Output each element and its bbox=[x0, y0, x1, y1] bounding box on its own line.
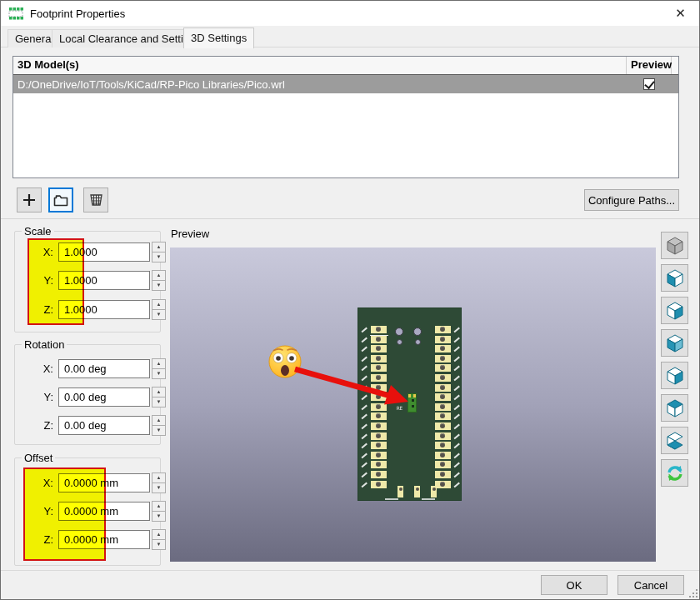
pin-label-mark bbox=[361, 424, 367, 429]
pcb-pad-right bbox=[435, 393, 451, 401]
pin-label-mark bbox=[361, 328, 367, 332]
pad-hole bbox=[440, 327, 445, 332]
pcb-pad-right bbox=[435, 452, 451, 459]
rotation-y-label: Y: bbox=[15, 391, 53, 403]
view-left-button[interactable] bbox=[661, 264, 688, 292]
pad-hole bbox=[376, 452, 381, 458]
tab-3d-settings[interactable]: 3D Settings bbox=[183, 28, 254, 48]
mounting-hole bbox=[397, 339, 402, 345]
pad-hole bbox=[376, 356, 381, 361]
pad-hole bbox=[376, 327, 381, 332]
tab-bar: General Local Clearance and Settings 3D … bbox=[1, 26, 699, 48]
rotation-x-spinner[interactable]: ▲▼ bbox=[152, 358, 166, 379]
pad-hole bbox=[440, 433, 445, 438]
pad-hole bbox=[440, 413, 445, 418]
footprint-icon bbox=[8, 8, 24, 20]
pin-label-mark bbox=[361, 356, 367, 361]
rotation-x-label: X: bbox=[15, 362, 53, 375]
scale-y-spinner[interactable]: ▲▼ bbox=[152, 270, 166, 291]
pad-hole bbox=[440, 394, 445, 399]
rotation-y-input[interactable] bbox=[58, 388, 150, 407]
reload-model-button[interactable] bbox=[661, 459, 688, 487]
plus-icon bbox=[22, 193, 36, 207]
preview-checkbox[interactable] bbox=[643, 78, 655, 90]
rotation-z-spinner[interactable]: ▲▼ bbox=[152, 415, 166, 436]
cube-bottom-face-icon bbox=[665, 431, 685, 451]
cube-front-face-icon bbox=[665, 333, 685, 353]
pin-label-mark bbox=[361, 482, 367, 487]
pcb-pad-right bbox=[435, 481, 451, 488]
rotation-y-spinner[interactable]: ▲▼ bbox=[152, 387, 166, 408]
pcb-pad-left bbox=[371, 471, 387, 478]
offset-y-spinner[interactable]: ▲▼ bbox=[152, 501, 166, 522]
pcb-pad-left bbox=[371, 432, 387, 440]
pin-label-mark bbox=[453, 385, 459, 390]
pcb-pad-right bbox=[435, 471, 451, 478]
bottom-silk-text-mark bbox=[385, 498, 398, 500]
isometric-view-button[interactable] bbox=[661, 232, 688, 259]
column-preview[interactable]: Preview bbox=[627, 57, 672, 74]
pad-hole bbox=[376, 423, 381, 428]
pcb-pad-left bbox=[371, 345, 387, 352]
configure-paths-button[interactable]: Configure Paths... bbox=[584, 189, 679, 211]
pin-label-mark bbox=[361, 414, 367, 419]
browse-model-button[interactable] bbox=[48, 188, 73, 212]
cube-back-face-icon bbox=[665, 366, 685, 386]
offset-x-spinner[interactable]: ▲▼ bbox=[152, 472, 166, 493]
pcb-pad-right bbox=[435, 403, 451, 411]
ok-button[interactable]: OK bbox=[541, 575, 608, 595]
pin-label-mark bbox=[453, 395, 459, 400]
isometric-cube-icon bbox=[665, 236, 685, 256]
pin-label-mark bbox=[453, 472, 459, 478]
scale-x-spinner[interactable]: ▲▼ bbox=[152, 242, 166, 262]
delete-model-button[interactable] bbox=[83, 188, 108, 212]
pad-hole bbox=[376, 413, 381, 418]
pad-hole bbox=[440, 404, 445, 409]
offset-z-spinner[interactable]: ▲▼ bbox=[152, 529, 166, 550]
pin-label-mark bbox=[453, 404, 459, 409]
scale-z-spinner[interactable]: ▲▼ bbox=[152, 299, 166, 320]
pad-hole bbox=[432, 488, 436, 491]
view-back-button[interactable] bbox=[661, 362, 688, 389]
pad-hole bbox=[440, 423, 445, 428]
view-front-button[interactable] bbox=[661, 329, 688, 357]
pad-hole bbox=[376, 462, 381, 467]
resize-grip[interactable] bbox=[689, 589, 698, 598]
view-top-button[interactable] bbox=[661, 394, 688, 422]
pcb-pad-left bbox=[371, 336, 387, 343]
pad-hole bbox=[440, 365, 445, 370]
mounting-hole bbox=[413, 328, 422, 336]
pcb-pad-right bbox=[435, 432, 451, 440]
pad-hole bbox=[376, 433, 381, 438]
pad-hole bbox=[440, 452, 445, 458]
pad-hole bbox=[376, 482, 381, 487]
pcb-pad-left bbox=[371, 442, 387, 449]
view-bottom-button[interactable] bbox=[661, 427, 688, 454]
pcb-pad-right bbox=[435, 412, 451, 420]
view-right-button[interactable] bbox=[661, 297, 688, 324]
pin-label-mark bbox=[361, 443, 367, 448]
pcb-pad-left bbox=[371, 452, 387, 459]
window-title: Footprint Properties bbox=[30, 8, 125, 20]
rotation-group-title: Rotation bbox=[22, 338, 67, 351]
cancel-button[interactable]: Cancel bbox=[618, 575, 684, 595]
model-path[interactable]: D:/OneDrive/IoT/Tools/KiCad/RP-Pico Libr… bbox=[13, 78, 627, 91]
rotation-x-input[interactable] bbox=[58, 359, 150, 378]
rotation-z-label: Z: bbox=[15, 419, 53, 432]
rotation-z-input[interactable] bbox=[58, 416, 150, 435]
add-model-button[interactable] bbox=[17, 188, 42, 212]
pin-label-mark bbox=[453, 424, 459, 429]
pad-hole bbox=[440, 346, 445, 351]
pcb-pad-bottom bbox=[431, 486, 437, 498]
pad-hole bbox=[440, 442, 445, 448]
pcb-pad-right bbox=[435, 326, 451, 333]
pad-hole bbox=[440, 356, 445, 361]
pad-hole bbox=[416, 488, 419, 491]
close-button[interactable]: ✕ bbox=[662, 1, 699, 26]
column-3d-models[interactable]: 3D Model(s) bbox=[13, 57, 627, 74]
pin-label-mark bbox=[453, 337, 459, 342]
model-row[interactable]: D:/OneDrive/IoT/Tools/KiCad/RP-Pico Libr… bbox=[13, 75, 678, 93]
mounting-hole bbox=[395, 328, 403, 336]
pcb-pad-right bbox=[435, 345, 451, 352]
pcb-pad-right bbox=[435, 355, 451, 362]
